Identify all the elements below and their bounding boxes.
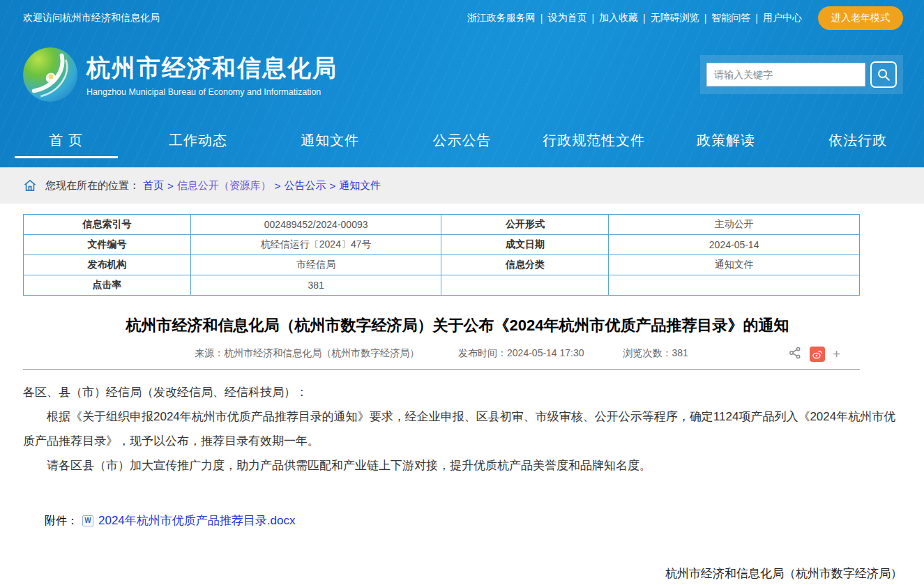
search-button[interactable] — [870, 61, 897, 88]
info-value: 2024-05-14 — [609, 235, 860, 255]
info-value: 市经信局 — [190, 255, 441, 275]
share-icon[interactable] — [788, 346, 802, 362]
word-document-icon: W — [82, 515, 93, 526]
nav-item-label: 工作动态 — [169, 131, 227, 150]
top-link-set-homepage[interactable]: 设为首页 — [547, 12, 586, 24]
nav-item-label: 行政规范性文件 — [543, 131, 645, 150]
breadcrumb-separator: > — [167, 180, 174, 192]
breadcrumb-link-home[interactable]: 首页 — [143, 179, 164, 192]
breadcrumb-link-announcements[interactable]: 公告公示 — [285, 179, 326, 192]
top-link-separator: | — [591, 13, 594, 24]
nav-item-label: 政策解读 — [697, 131, 755, 150]
active-tab-underline — [15, 156, 118, 158]
breadcrumb-prefix: 您现在所在的位置： — [45, 179, 139, 192]
nav-item-public-announcements[interactable]: 公示公告 — [396, 113, 528, 167]
attachment-link[interactable]: 2024年杭州市优质产品推荐目录.docx — [98, 508, 295, 533]
header-band: 杭州市经济和信息化局 Hangzhou Municipal Bureau of … — [0, 36, 924, 113]
info-label: 文件编号 — [24, 235, 191, 255]
info-label: 成文日期 — [441, 235, 609, 255]
top-link-smart-qa[interactable]: 智能问答 — [711, 12, 750, 24]
info-value — [609, 275, 860, 296]
signature-block: 杭州市经济和信息化局（杭州市数字经济局） 2024年5月13日 — [23, 561, 906, 585]
body-paragraph: 根据《关于组织申报2024年杭州市优质产品推荐目录的通知》要求，经企业申报、区县… — [23, 404, 906, 453]
nav-item-administration-by-law[interactable]: 依法行政 — [792, 113, 924, 167]
nav-item-label: 首 页 — [49, 131, 83, 150]
top-link-separator: | — [704, 13, 707, 24]
welcome-text: 欢迎访问杭州市经济和信息化局 — [23, 12, 160, 24]
site-name: 杭州市经济和信息化局 — [86, 52, 338, 84]
body-paragraph: 请各区县（市）加大宣传推广力度，助力产品供需匹配和产业链上下游对接，提升优质杭产… — [23, 453, 906, 478]
main-navigation: 首 页 工作动态 通知文件 公示公告 行政规范性文件 政策解读 依法行政 — [0, 113, 924, 167]
search-area — [700, 55, 903, 94]
info-value: 381 — [190, 275, 441, 296]
breadcrumb: 您现在所在的位置： 首页 > 信息公开（资源库） > 公告公示 > 通知文件 — [0, 167, 924, 204]
info-value: 002489452/2024-00093 — [190, 215, 441, 235]
top-link-separator: | — [540, 13, 543, 24]
table-row: 信息索引号 002489452/2024-00093 公开形式 主动公开 — [24, 215, 860, 235]
page-title: 杭州市经济和信息化局（杭州市数字经济局）关于公布《2024年杭州市优质产品推荐目… — [23, 315, 892, 336]
search-input[interactable] — [706, 63, 865, 86]
nav-item-label: 依法行政 — [828, 131, 887, 150]
top-link-user-center[interactable]: 用户中心 — [763, 12, 802, 24]
top-link-add-favorite[interactable]: 加入收藏 — [599, 12, 638, 24]
site-title: 杭州市经济和信息化局 Hangzhou Municipal Bureau of … — [86, 52, 338, 97]
site-logo — [23, 47, 77, 102]
nav-item-label: 通知文件 — [301, 131, 359, 150]
top-links: 浙江政务服务网 | 设为首页 | 加入收藏 | 无障碍浏览 | 智能问答 | 用… — [462, 6, 903, 30]
info-value: 通知文件 — [609, 255, 860, 275]
article-body: 各区、县（市）经信局（发改经信局、经信科技局）： 根据《关于组织申报2024年杭… — [23, 380, 906, 585]
top-link-separator: | — [643, 13, 646, 24]
table-row: 点击率 381 — [24, 275, 860, 296]
table-row: 发布机构 市经信局 信息分类 通知文件 — [24, 255, 860, 275]
info-label: 发布机构 — [24, 255, 191, 275]
main-content: 信息索引号 002489452/2024-00093 公开形式 主动公开 文件编… — [0, 204, 924, 585]
site-name-english: Hangzhou Municipal Bureau of Economy and… — [86, 87, 338, 97]
info-value: 主动公开 — [609, 215, 860, 235]
top-link-accessibility[interactable]: 无障碍浏览 — [651, 12, 699, 24]
attachment-row: 附件： W 2024年杭州市优质产品推荐目录.docx — [23, 508, 906, 533]
attachment-label: 附件： — [45, 508, 78, 533]
top-utility-bar: 欢迎访问杭州市经济和信息化局 浙江政务服务网 | 设为首页 | 加入收藏 | 无… — [0, 0, 924, 36]
article-source: 来源：杭州市经济和信息化局（杭州市数字经济局） — [195, 347, 419, 358]
nav-item-label: 公示公告 — [432, 131, 491, 150]
weibo-share-icon[interactable] — [810, 347, 825, 362]
article-meta: 来源：杭州市经济和信息化局（杭州市数字经济局） 发布时间：2024-05-14 … — [23, 347, 860, 370]
info-value: 杭经信运行〔2024〕47号 — [190, 235, 441, 255]
table-row: 文件编号 杭经信运行〔2024〕47号 成文日期 2024-05-14 — [24, 235, 860, 255]
article-view-count: 浏览次数：381 — [623, 347, 688, 358]
elder-mode-button[interactable]: 进入老年模式 — [818, 6, 903, 30]
share-toolbar: + — [788, 346, 840, 362]
info-label: 信息索引号 — [24, 215, 191, 235]
breadcrumb-link-notice-documents[interactable]: 通知文件 — [339, 179, 381, 192]
info-label — [441, 275, 609, 296]
top-link-zhejiang-gov[interactable]: 浙江政务服务网 — [467, 12, 536, 24]
nav-item-notice-documents[interactable]: 通知文件 — [264, 113, 396, 167]
issuing-authority: 杭州市经济和信息化局（杭州市数字经济局） — [23, 561, 902, 585]
home-icon[interactable] — [23, 178, 37, 192]
nav-item-work-news[interactable]: 工作动态 — [132, 113, 264, 167]
salutation-paragraph: 各区、县（市）经信局（发改经信局、经信科技局）： — [23, 380, 906, 404]
document-info-table: 信息索引号 002489452/2024-00093 公开形式 主动公开 文件编… — [23, 214, 860, 296]
search-icon — [876, 67, 891, 82]
top-link-separator: | — [755, 13, 758, 24]
breadcrumb-link-info-disclosure[interactable]: 信息公开（资源库） — [177, 179, 271, 192]
info-label: 公开形式 — [441, 215, 609, 235]
article-publish-time: 发布时间：2024-05-14 17:30 — [458, 347, 584, 358]
breadcrumb-separator: > — [275, 180, 281, 192]
logo-swoosh-icon — [23, 47, 77, 102]
nav-item-policy-interpretation[interactable]: 政策解读 — [660, 113, 792, 167]
more-share-icon[interactable]: + — [833, 347, 840, 360]
site-header: 欢迎访问杭州市经济和信息化局 浙江政务服务网 | 设为首页 | 加入收藏 | 无… — [0, 0, 924, 167]
breadcrumb-separator: > — [330, 180, 336, 192]
nav-item-administrative-normative-documents[interactable]: 行政规范性文件 — [528, 113, 660, 167]
nav-item-home[interactable]: 首 页 — [0, 113, 132, 167]
info-label: 点击率 — [24, 275, 191, 296]
info-label: 信息分类 — [441, 255, 609, 275]
